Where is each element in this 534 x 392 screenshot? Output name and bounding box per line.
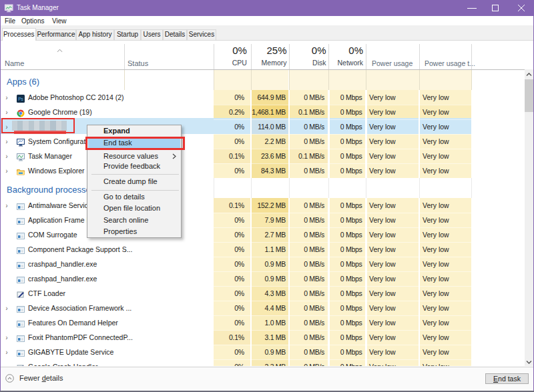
svg-text:Ps: Ps (18, 97, 23, 101)
